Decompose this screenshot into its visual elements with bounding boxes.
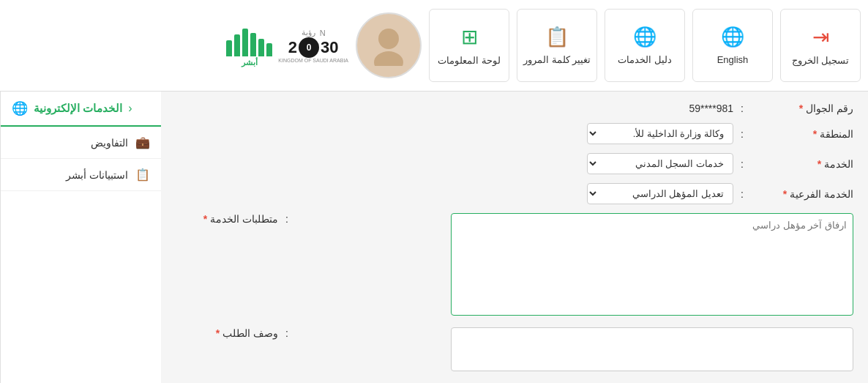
region-required-star: * [813,128,817,140]
mobile-label-text: رقم الجوال [806,103,853,114]
avatar-icon [370,26,407,66]
english-icon: 🌐 [721,26,744,48]
service-row: الخدمة * : خدمات السجل المدني [176,153,853,174]
sidebar-item-label-absher: استبيانات أبشر [66,169,128,181]
absher-logo: أبشر [226,24,272,67]
sub-service-label: الخدمة الفرعية * [751,188,853,200]
sub-service-required-star: * [783,188,787,200]
num-30: 30 [321,38,338,57]
sub-service-select[interactable]: تعديل المؤهل الدراسي [587,183,733,204]
mobile-required-star: * [799,103,803,114]
num-2: 2 [288,38,297,57]
svg-point-0 [378,29,399,49]
description-colon: : [285,327,288,339]
nav-label-english: English [717,54,749,65]
description-section: : وصف الطلب * [176,327,853,374]
description-label-text: وصف الطلب [222,327,278,339]
nav-item-logout[interactable]: ⇥ تسجيل الخروج [780,9,861,82]
requirements-section: : متطلبات الخدمة * [176,213,853,319]
service-label: الخدمة * [751,158,853,170]
password-icon: 📋 [545,26,569,48]
mobile-colon: : [741,103,744,114]
description-required-star: * [216,327,220,339]
bar-4 [242,29,248,56]
description-label: وصف الطلب * [176,327,278,339]
mobile-row: رقم الجوال * : 59****981 [176,103,853,114]
requirements-textarea[interactable] [451,213,853,316]
nav-label-logout: تسجيل الخروج [792,55,850,66]
service-label-text: الخدمة [824,158,853,170]
main-layout: ‹ الخدمات الإلكترونية 🌐 💼 التفاويض 📋 است… [0,92,868,383]
dashboard-icon: ⊞ [461,25,478,49]
sidebar-item-negotiations[interactable]: 💼 التفاويض [1,127,161,159]
n-label: N [320,29,326,37]
sidebar-chevron-icon: ‹ [128,102,132,115]
sidebar-header[interactable]: ‹ الخدمات الإلكترونية 🌐 [1,92,161,127]
requirements-textarea-wrapper [296,213,853,319]
negotiations-icon: 💼 [135,135,150,149]
requirements-colon: : [285,213,288,225]
nav-item-services[interactable]: 🌐 دليل الخدمات [605,9,685,82]
description-label-col: : وصف الطلب * [176,327,288,339]
bar-5 [234,34,240,56]
region-row: المنطقة * : وكالة وزارة الداخلية للأ. [176,123,853,144]
num-0: 0 [299,37,319,58]
sub-service-row: الخدمة الفرعية * : تعديل المؤهل الدراسي [176,183,853,204]
service-colon: : [741,158,744,170]
absher-surveys-icon: 📋 [135,168,150,182]
absher-text: أبشر [242,58,258,67]
requirements-label-col: : متطلبات الخدمة * [176,213,288,225]
sidebar: ‹ الخدمات الإلكترونية 🌐 💼 التفاويض 📋 است… [0,92,161,383]
nav-item-password[interactable]: 📋 تغيير كلمة المرور [517,9,597,82]
region-colon: : [741,128,744,140]
top-navigation: رؤية N 2 0 30 KINGDOM OF SAUDI ARABIA أب… [0,0,868,92]
sub-service-colon: : [741,188,744,200]
vision-label: رؤية [302,28,315,37]
services-icon: 🌐 [633,26,656,48]
requirements-label-text: متطلبات الخدمة [210,213,278,225]
bar-1 [266,43,272,56]
mobile-label: رقم الجوال * [751,103,853,114]
region-label: المنطقة * [751,128,853,140]
logout-icon: ⇥ [812,25,829,49]
sidebar-header-globe-icon: 🌐 [12,100,28,116]
content-area: رقم الجوال * : 59****981 المنطقة * : وكا… [161,92,868,383]
absher-bars [226,24,272,56]
user-avatar[interactable] [356,12,422,78]
region-label-text: المنطقة [820,128,853,140]
bar-2 [258,39,264,56]
nav-label-services: دليل الخدمات [618,54,672,65]
nav-label-dashboard: لوحة المعلومات [438,55,501,66]
bar-3 [250,33,256,56]
service-required-star: * [818,158,821,170]
requirements-required-star: * [203,213,207,225]
requirements-label: متطلبات الخدمة * [176,213,278,225]
description-textarea-wrapper [296,327,853,374]
kingdom-label-en: KINGDOM OF SAUDI ARABIA [278,58,348,63]
bar-6 [226,40,232,56]
svg-point-1 [374,51,403,66]
sub-service-label-text: الخدمة الفرعية [790,188,853,200]
nav-label-password: تغيير كلمة المرور [523,54,591,65]
sidebar-header-text: الخدمات الإلكترونية [34,102,122,115]
description-textarea[interactable] [451,327,853,371]
mobile-value: 59****981 [689,103,733,114]
sidebar-item-label-negotiations: التفاويض [91,137,128,149]
region-select[interactable]: وكالة وزارة الداخلية للأ. [587,123,733,144]
logo-area: رؤية N 2 0 30 KINGDOM OF SAUDI ARABIA أب… [226,24,348,67]
service-select[interactable]: خدمات السجل المدني [587,153,733,174]
vision-2030-logo: رؤية N 2 0 30 KINGDOM OF SAUDI ARABIA [278,28,348,63]
nav-item-dashboard[interactable]: ⊞ لوحة المعلومات [429,9,509,82]
sidebar-item-absher[interactable]: 📋 استبيانات أبشر [1,159,161,191]
nav-item-english[interactable]: 🌐 English [692,9,773,82]
